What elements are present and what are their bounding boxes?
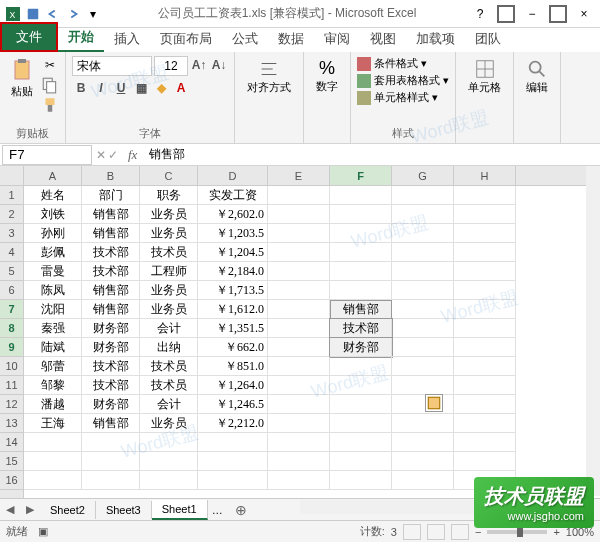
border-icon[interactable]: ▦: [132, 79, 150, 97]
tab-team[interactable]: 团队: [465, 26, 511, 52]
sheet-nav-prev-icon[interactable]: ◀: [0, 500, 20, 520]
cell[interactable]: 销售部: [82, 281, 140, 300]
cell[interactable]: [330, 433, 392, 452]
cell[interactable]: [82, 471, 140, 490]
cell[interactable]: [330, 186, 392, 205]
cell[interactable]: 王海: [24, 414, 82, 433]
cell[interactable]: [454, 395, 516, 414]
cell[interactable]: [454, 205, 516, 224]
cell[interactable]: [268, 452, 330, 471]
cell[interactable]: [454, 357, 516, 376]
cell[interactable]: 技术员: [140, 243, 198, 262]
sheet-more-icon[interactable]: …: [208, 504, 227, 516]
col-header[interactable]: A: [24, 166, 82, 185]
maximize-icon[interactable]: [546, 4, 570, 24]
cell[interactable]: 彭佩: [24, 243, 82, 262]
editing-button[interactable]: 编辑: [520, 56, 554, 97]
font-color-icon[interactable]: A: [172, 79, 190, 97]
cell[interactable]: [454, 338, 516, 357]
italic-button[interactable]: I: [92, 79, 110, 97]
cell[interactable]: [268, 262, 330, 281]
cell[interactable]: [268, 414, 330, 433]
formula-input[interactable]: 销售部: [143, 144, 600, 165]
cell[interactable]: 会计: [140, 395, 198, 414]
cell[interactable]: 技术部: [82, 243, 140, 262]
cell[interactable]: [268, 300, 330, 319]
cell[interactable]: [330, 357, 392, 376]
cell[interactable]: [392, 281, 454, 300]
cell[interactable]: [330, 395, 392, 414]
row-header[interactable]: 8: [0, 319, 23, 338]
tab-layout[interactable]: 页面布局: [150, 26, 222, 52]
cell[interactable]: ￥1,351.5: [198, 319, 268, 338]
cell[interactable]: [24, 452, 82, 471]
page-layout-view-icon[interactable]: [427, 524, 445, 540]
fx-icon[interactable]: fx: [122, 147, 143, 163]
cell[interactable]: 业务员: [140, 300, 198, 319]
qat-dropdown-icon[interactable]: ▾: [84, 5, 102, 23]
cell[interactable]: [268, 186, 330, 205]
font-size-input[interactable]: [154, 56, 188, 76]
sheet-tab[interactable]: Sheet1: [152, 500, 208, 520]
excel-icon[interactable]: X: [4, 5, 22, 23]
macro-record-icon[interactable]: ▣: [38, 525, 48, 538]
format-painter-icon[interactable]: [41, 96, 59, 114]
cell[interactable]: [454, 224, 516, 243]
accept-formula-icon[interactable]: ✓: [108, 148, 118, 162]
cell[interactable]: [330, 376, 392, 395]
cell[interactable]: [268, 281, 330, 300]
cell[interactable]: 业务员: [140, 205, 198, 224]
cell[interactable]: ￥851.0: [198, 357, 268, 376]
cell[interactable]: [454, 281, 516, 300]
cell[interactable]: 陆斌: [24, 338, 82, 357]
cell[interactable]: [140, 452, 198, 471]
cut-icon[interactable]: ✂: [41, 56, 59, 74]
col-header[interactable]: G: [392, 166, 454, 185]
tab-addins[interactable]: 加载项: [406, 26, 465, 52]
cell[interactable]: 实发工资: [198, 186, 268, 205]
cell[interactable]: [198, 433, 268, 452]
cell[interactable]: [24, 433, 82, 452]
row-header[interactable]: 3: [0, 224, 23, 243]
cell[interactable]: [330, 452, 392, 471]
col-header[interactable]: B: [82, 166, 140, 185]
sheet-tab[interactable]: Sheet2: [40, 501, 96, 519]
cell[interactable]: 工程师: [140, 262, 198, 281]
row-header[interactable]: 1: [0, 186, 23, 205]
cell[interactable]: 销售部: [82, 224, 140, 243]
cell[interactable]: 业务员: [140, 224, 198, 243]
cell[interactable]: [330, 414, 392, 433]
cell[interactable]: [392, 224, 454, 243]
cell[interactable]: ￥1,264.0: [198, 376, 268, 395]
tab-data[interactable]: 数据: [268, 26, 314, 52]
cell[interactable]: [454, 262, 516, 281]
cell[interactable]: [330, 262, 392, 281]
cell[interactable]: [454, 319, 516, 338]
cell[interactable]: [268, 243, 330, 262]
cell[interactable]: [392, 338, 454, 357]
cell[interactable]: 技术部: [330, 319, 392, 338]
cell[interactable]: [330, 205, 392, 224]
tab-insert[interactable]: 插入: [104, 26, 150, 52]
cell[interactable]: 销售部: [82, 205, 140, 224]
file-tab[interactable]: 文件: [0, 22, 58, 52]
cell[interactable]: [392, 205, 454, 224]
col-header[interactable]: E: [268, 166, 330, 185]
cell[interactable]: [268, 224, 330, 243]
cell[interactable]: 技术部: [82, 262, 140, 281]
cell[interactable]: ￥1,713.5: [198, 281, 268, 300]
cell[interactable]: ￥1,246.5: [198, 395, 268, 414]
cell[interactable]: 刘铁: [24, 205, 82, 224]
decrease-font-icon[interactable]: A↓: [210, 56, 228, 74]
select-all-corner[interactable]: [0, 166, 23, 186]
row-header[interactable]: 11: [0, 376, 23, 395]
cell-styles-button[interactable]: 单元格样式 ▾: [357, 90, 449, 105]
paste-button[interactable]: 粘贴: [6, 56, 38, 101]
cell[interactable]: [454, 433, 516, 452]
cell[interactable]: [454, 376, 516, 395]
col-header[interactable]: H: [454, 166, 516, 185]
cell[interactable]: 职务: [140, 186, 198, 205]
cell[interactable]: 销售部: [330, 300, 392, 319]
cell[interactable]: 业务员: [140, 281, 198, 300]
cell[interactable]: [268, 433, 330, 452]
